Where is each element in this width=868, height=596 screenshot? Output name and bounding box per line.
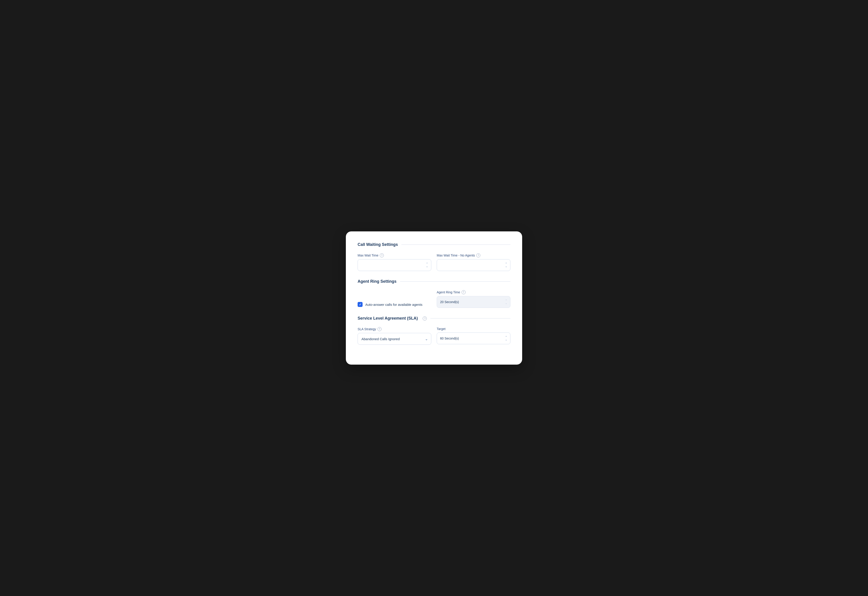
max-wait-no-agents-group: Max Wait Time - No Agents ? ⌃ ⌄ — [437, 253, 511, 271]
auto-answer-label: Auto-answer calls for available agents — [365, 303, 422, 306]
agent-ring-row: ✓ Auto-answer calls for available agents… — [357, 290, 511, 308]
sla-target-arrow-down[interactable]: ⌄ — [505, 339, 507, 341]
sla-target-group: Target 60 Second(s) ⌃ ⌄ — [437, 327, 511, 345]
checkmark-icon: ✓ — [359, 303, 362, 306]
sla-strategy-label: SLA Strategy ? — [357, 327, 431, 331]
max-wait-no-agents-input[interactable]: ⌃ ⌄ — [437, 259, 511, 271]
agent-ring-time-arrow-down[interactable]: ⌄ — [505, 302, 507, 305]
agent-ring-title: Agent Ring Settings — [357, 279, 397, 284]
agent-ring-time-label: Agent Ring Time ? — [437, 290, 511, 294]
max-wait-no-agents-label: Max Wait Time - No Agents ? — [437, 253, 511, 257]
max-wait-time-input[interactable]: ⌃ ⌄ — [357, 259, 431, 271]
max-wait-no-agents-arrow-down[interactable]: ⌄ — [505, 265, 507, 268]
sla-strategy-help-icon[interactable]: ? — [378, 327, 382, 331]
max-wait-time-arrow-up[interactable]: ⌃ — [426, 263, 428, 265]
sla-title: Service Level Agreement (SLA) — [357, 316, 418, 321]
max-wait-time-label: Max Wait Time ? — [357, 253, 431, 257]
auto-answer-group: ✓ Auto-answer calls for available agents — [357, 302, 431, 308]
max-wait-no-agents-help-icon[interactable]: ? — [476, 253, 480, 257]
sla-row: SLA Strategy ? Abandoned Calls Ignored ⌄… — [357, 327, 511, 345]
agent-ring-time-group: Agent Ring Time ? 20 Second(s) ⌃ ⌄ — [437, 290, 511, 308]
sla-target-arrows[interactable]: ⌃ ⌄ — [505, 336, 507, 341]
auto-answer-checkbox[interactable]: ✓ — [357, 302, 363, 307]
settings-card: Call Waiting Settings Max Wait Time ? ⌃ … — [346, 231, 522, 365]
agent-ring-time-arrows[interactable]: ⌃ ⌄ — [505, 299, 507, 305]
sla-target-arrow-up[interactable]: ⌃ — [505, 336, 507, 338]
sla-section-header: Service Level Agreement (SLA) ? — [357, 316, 511, 321]
call-waiting-section-header: Call Waiting Settings — [357, 242, 511, 247]
agent-ring-time-arrow-up[interactable]: ⌃ — [505, 299, 507, 302]
max-wait-time-arrow-down[interactable]: ⌄ — [426, 265, 428, 268]
sla-strategy-chevron-icon: ⌄ — [425, 337, 428, 341]
sla-target-input[interactable]: 60 Second(s) ⌃ ⌄ — [437, 333, 511, 344]
max-wait-no-agents-arrow-up[interactable]: ⌃ — [505, 263, 507, 265]
agent-ring-time-value: 20 Second(s) — [440, 300, 505, 304]
max-wait-time-help-icon[interactable]: ? — [380, 253, 384, 257]
call-waiting-divider — [402, 244, 511, 245]
max-wait-time-group: Max Wait Time ? ⌃ ⌄ — [357, 253, 431, 271]
sla-title-help-icon[interactable]: ? — [423, 316, 427, 321]
max-wait-no-agents-arrows[interactable]: ⌃ ⌄ — [505, 263, 507, 268]
call-waiting-title: Call Waiting Settings — [357, 242, 398, 247]
sla-strategy-value: Abandoned Calls Ignored — [362, 337, 400, 341]
agent-ring-time-help-icon[interactable]: ? — [462, 290, 466, 294]
sla-target-label: Target — [437, 327, 511, 331]
agent-ring-divider — [400, 281, 511, 282]
agent-ring-time-input[interactable]: 20 Second(s) ⌃ ⌄ — [437, 296, 511, 308]
auto-answer-row: ✓ Auto-answer calls for available agents — [357, 302, 431, 307]
call-waiting-row: Max Wait Time ? ⌃ ⌄ Max Wait Time - No A… — [357, 253, 511, 271]
sla-strategy-select[interactable]: Abandoned Calls Ignored ⌄ — [357, 333, 431, 345]
agent-ring-section-header: Agent Ring Settings — [357, 279, 511, 284]
sla-target-value: 60 Second(s) — [440, 337, 505, 340]
max-wait-time-arrows[interactable]: ⌃ ⌄ — [426, 263, 428, 268]
sla-strategy-group: SLA Strategy ? Abandoned Calls Ignored ⌄ — [357, 327, 431, 345]
